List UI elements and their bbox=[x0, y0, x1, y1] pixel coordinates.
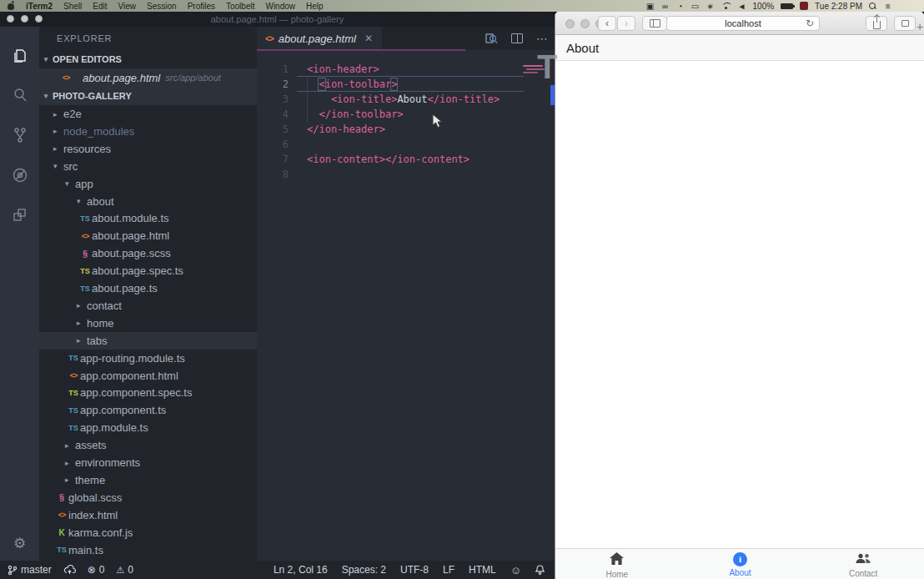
screen-recording-icon[interactable]: ▣ bbox=[646, 2, 655, 11]
open-editors-section[interactable]: ▾ OPEN EDITORS bbox=[39, 50, 257, 68]
tree-item-app-routing.module.ts[interactable]: TSapp-routing.module.ts bbox=[39, 350, 257, 367]
tab-overview-button[interactable] bbox=[894, 16, 916, 31]
back-button[interactable]: ‹ bbox=[598, 16, 616, 31]
tree-item-app.component.ts[interactable]: TSapp.component.ts bbox=[39, 401, 257, 419]
menu-item-toolbelt[interactable]: Toolbelt bbox=[226, 2, 254, 11]
tree-item-e2e[interactable]: ▸e2e bbox=[39, 105, 257, 123]
ion-tab-home[interactable]: Home bbox=[555, 549, 679, 579]
open-editor-filename: about.page.html bbox=[83, 72, 160, 84]
notification-center-icon[interactable]: ≡ bbox=[884, 2, 892, 11]
tree-item-about.module.ts[interactable]: TSabout.module.ts bbox=[39, 209, 257, 227]
tree-item-about[interactable]: ▾about bbox=[39, 193, 257, 210]
vscode-title-bar[interactable]: about.page.html — photo-gallery bbox=[0, 12, 555, 27]
close-window-button[interactable] bbox=[7, 15, 14, 23]
code-line-2[interactable]: <ion-toolbar> bbox=[307, 77, 397, 92]
input-flag-icon[interactable] bbox=[800, 2, 808, 10]
minimize-window-button[interactable] bbox=[21, 15, 28, 23]
status-item-errors[interactable]: ⊗0 bbox=[88, 564, 105, 576]
tree-item-environments[interactable]: ▸environments bbox=[39, 454, 257, 471]
menu-item-edit[interactable]: Edit bbox=[93, 2, 107, 11]
tree-item-index.html[interactable]: <>index.html bbox=[39, 506, 257, 524]
tree-item-contact[interactable]: ▸contact bbox=[39, 297, 257, 315]
tree-item-about.page.html[interactable]: <>about.page.html bbox=[39, 227, 257, 244]
more-actions-icon[interactable]: ⋯ bbox=[536, 32, 548, 45]
reload-icon[interactable]: ↻ bbox=[806, 18, 814, 29]
status-item-feedback-smiley[interactable]: ☺ bbox=[510, 564, 521, 576]
search-icon[interactable] bbox=[0, 78, 39, 112]
menu-item-iterm2[interactable]: iTerm2 bbox=[26, 2, 53, 11]
spotlight-icon[interactable] bbox=[869, 3, 877, 10]
tree-item-home[interactable]: ▸home bbox=[39, 315, 257, 332]
tree-item-resources[interactable]: ▸resources bbox=[39, 140, 257, 158]
code-line-5[interactable]: </ion-header> bbox=[307, 122, 385, 137]
explorer-icon[interactable] bbox=[0, 39, 39, 73]
tree-item-app.component.spec.ts[interactable]: TSapp.component.spec.ts bbox=[39, 384, 257, 401]
menu-item-session[interactable]: Session bbox=[147, 2, 177, 11]
menu-item-profiles[interactable]: Profiles bbox=[188, 2, 215, 11]
tab-close-icon[interactable]: ✕ bbox=[364, 33, 373, 44]
status-item-eol-sequence[interactable]: LF bbox=[443, 564, 454, 576]
find-in-file-icon[interactable] bbox=[485, 32, 498, 45]
menu-item-help[interactable]: Help bbox=[306, 2, 324, 11]
tree-item-karma.conf.js[interactable]: Kkarma.conf.js bbox=[39, 524, 257, 541]
status-item-publish-changes[interactable] bbox=[63, 565, 76, 575]
status-item-cursor-position[interactable]: Ln 2, Col 16 bbox=[274, 564, 328, 576]
volume-icon[interactable]: ◄ bbox=[738, 2, 746, 11]
address-bar[interactable]: localhost ↻ bbox=[666, 16, 820, 31]
status-item-language-mode[interactable]: HTML bbox=[469, 564, 496, 576]
clock-icon[interactable]: ◔ bbox=[676, 2, 685, 11]
project-label: PHOTO-GALLERY bbox=[53, 91, 132, 101]
code-line-1[interactable]: <ion-header> bbox=[307, 62, 379, 77]
minimize-window-button[interactable] bbox=[580, 19, 590, 28]
tree-item-theme[interactable]: ▸theme bbox=[39, 471, 257, 489]
status-item-encoding[interactable]: UTF-8 bbox=[400, 564, 429, 576]
code-line-4[interactable]: </ion-toolbar> bbox=[307, 107, 404, 122]
source-control-icon[interactable] bbox=[0, 118, 39, 152]
tree-item-assets[interactable]: ▸assets bbox=[39, 436, 257, 454]
split-editor-icon[interactable] bbox=[511, 33, 523, 43]
status-item-git-branch[interactable]: master bbox=[8, 564, 52, 576]
wifi-icon[interactable] bbox=[721, 3, 731, 10]
tree-item-src[interactable]: ▾src bbox=[39, 158, 257, 175]
menu-item-shell[interactable]: Shell bbox=[63, 2, 82, 11]
sidebar-toggle-button[interactable] bbox=[642, 16, 667, 31]
display-icon[interactable]: ▭ bbox=[691, 2, 700, 11]
new-tab-button[interactable]: + bbox=[916, 20, 924, 37]
project-section-header[interactable]: ▾ PHOTO-GALLERY bbox=[39, 87, 257, 105]
close-window-button[interactable] bbox=[565, 19, 575, 28]
file-tree: ▸e2e▸node_modules▸resources▾src▾app▾abou… bbox=[39, 105, 257, 561]
status-item-indentation[interactable]: Spaces: 2 bbox=[342, 564, 386, 576]
ion-tab-about[interactable]: iAbout bbox=[679, 549, 802, 579]
glasses-icon[interactable]: ∞ bbox=[661, 2, 670, 11]
tree-item-about.page.ts[interactable]: TSabout.page.ts bbox=[39, 279, 257, 297]
debug-icon[interactable] bbox=[0, 159, 39, 192]
tree-item-app.module.ts[interactable]: TSapp.module.ts bbox=[39, 419, 257, 436]
tree-item-global.scss[interactable]: §global.scss bbox=[39, 489, 257, 506]
menu-item-view[interactable]: View bbox=[118, 2, 137, 11]
hub-icon[interactable]: ∗ bbox=[706, 2, 715, 11]
tree-item-about.page.spec.ts[interactable]: TSabout.page.spec.ts bbox=[39, 262, 257, 279]
apple-menu-icon[interactable] bbox=[8, 2, 15, 10]
tree-item-app.component.html[interactable]: <>app.component.html bbox=[39, 367, 257, 385]
ion-tab-contact[interactable]: Contact bbox=[801, 549, 924, 579]
tree-item-app[interactable]: ▾app bbox=[39, 175, 257, 193]
battery-icon[interactable] bbox=[781, 3, 793, 9]
open-editor-item[interactable]: <> about.page.html src/app/about bbox=[39, 68, 257, 87]
menu-item-window[interactable]: Window bbox=[265, 2, 295, 11]
forward-button[interactable]: › bbox=[617, 16, 635, 31]
tree-item-main.ts[interactable]: TSmain.ts bbox=[39, 541, 257, 559]
code-line-3[interactable]: <ion-title>About</ion-title> bbox=[307, 92, 500, 107]
share-button[interactable] bbox=[866, 16, 887, 31]
tree-item-tabs[interactable]: ▸tabs bbox=[39, 332, 257, 350]
status-item-warnings[interactable]: ⚠0 bbox=[116, 564, 133, 576]
zoom-window-button[interactable] bbox=[35, 15, 43, 23]
code-line-7[interactable]: <ion-content></ion-content> bbox=[307, 152, 470, 167]
tree-item-node_modules[interactable]: ▸node_modules bbox=[39, 123, 257, 140]
menubar-clock[interactable]: Tue 2:28 PM bbox=[815, 2, 862, 11]
tab-about-page-html[interactable]: <> about.page.html ✕ bbox=[257, 27, 382, 50]
status-item-notifications-bell[interactable] bbox=[535, 565, 545, 575]
tree-item-about.page.scss[interactable]: §about.page.scss bbox=[39, 244, 257, 262]
settings-gear-icon[interactable]: ⚙ bbox=[0, 535, 39, 552]
extensions-icon[interactable] bbox=[0, 199, 39, 232]
battery-percent[interactable]: 100% bbox=[753, 2, 775, 11]
